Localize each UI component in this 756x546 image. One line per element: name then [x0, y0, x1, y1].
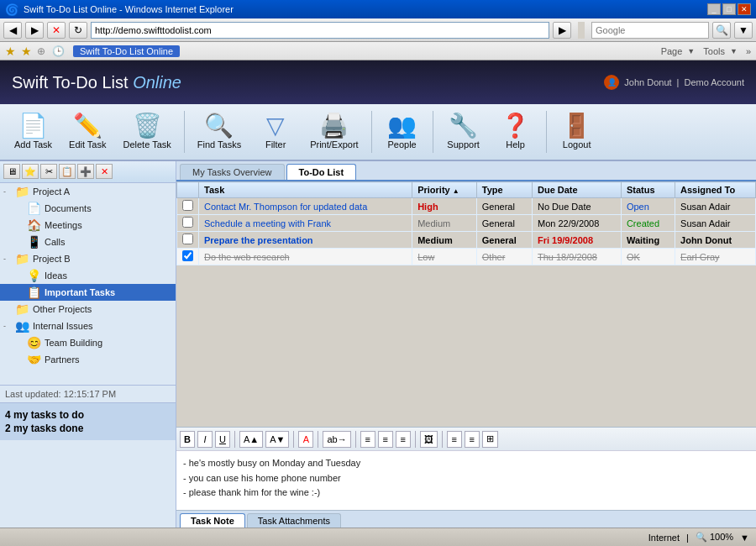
other-projects-icon: 📁 [15, 302, 29, 316]
italic-button[interactable]: I [197, 431, 213, 448]
row3-task-link[interactable]: Prepare the presentation [204, 235, 313, 245]
find-tasks-label: Find Tasks [197, 139, 241, 150]
row1-checkbox[interactable] [182, 200, 193, 211]
ordered-list-button[interactable]: ≡ [465, 431, 480, 448]
sidebar-item-partners[interactable]: 🤝 Partners [0, 351, 176, 368]
people-button[interactable]: 👥 People [377, 110, 428, 154]
support-button[interactable]: 🔧 Support [438, 110, 489, 154]
row3-checkbox-cell[interactable] [177, 232, 199, 249]
help-button[interactable]: ❓ Help [491, 110, 541, 154]
search-dropdown[interactable]: ▼ [734, 22, 753, 39]
note-content[interactable]: - he's mostly busy on Monday and Tuesday… [176, 451, 756, 510]
sidebar-item-internal-issues[interactable]: - 👥 Internal Issues [0, 318, 176, 334]
row1-checkbox-cell[interactable] [177, 198, 199, 215]
row4-checkbox[interactable] [182, 250, 193, 261]
align-left-button[interactable]: ≡ [360, 431, 375, 448]
tab-task-note[interactable]: Task Note [180, 513, 245, 528]
edit-task-button[interactable]: ✏️ Edit Task [61, 110, 113, 154]
logout-button[interactable]: 🚪 Logout [552, 110, 602, 154]
tab-task-attachments[interactable]: Task Attachments [247, 513, 341, 528]
font-size-down-button[interactable]: A▼ [265, 431, 289, 448]
tab-todo-list[interactable]: To-Do List [286, 164, 357, 180]
minimize-button[interactable]: _ [707, 3, 721, 15]
logout-label: Logout [563, 139, 591, 150]
add-task-button[interactable]: 📄 Add Task [7, 110, 60, 154]
row3-checkbox[interactable] [182, 234, 193, 244]
bullet-list-button[interactable]: ≡ [447, 431, 462, 448]
page-menu[interactable]: Page [661, 46, 683, 56]
col-assigned-to[interactable]: Assigned To [675, 182, 756, 198]
sidebar-item-other-projects[interactable]: 📁 Other Projects [0, 301, 176, 318]
row1-task-link[interactable]: Contact Mr. Thompson for updated data [204, 202, 367, 212]
add-favorites[interactable]: ★ [21, 45, 32, 58]
refresh-button[interactable]: ↻ [69, 22, 87, 39]
sidebar-item-calls[interactable]: 📱 Calls [0, 234, 176, 250]
toolbar-divider-4 [546, 111, 547, 153]
sidebar-item-important-tasks[interactable]: 📋 Important Tasks [0, 284, 176, 301]
row3-task[interactable]: Prepare the presentation [199, 232, 412, 249]
sidebar-item-documents[interactable]: 📄 Documents [0, 200, 176, 217]
sidebar-btn-2[interactable]: ⭐ [22, 164, 39, 179]
text-color-button[interactable]: A [298, 431, 313, 448]
sidebar-item-team-building[interactable]: 😊 Team Building [0, 334, 176, 351]
zoom-dropdown[interactable]: ▼ [740, 533, 749, 543]
row2-task-link[interactable]: Schedule a meeting with Frank [204, 218, 331, 228]
delete-task-button[interactable]: 🗑️ Delete Task [116, 110, 179, 154]
sidebar-btn-3[interactable]: ✂ [40, 164, 57, 179]
zoom-level: 🔍 100% [696, 532, 733, 543]
col-type[interactable]: Type [476, 182, 532, 198]
image-button[interactable]: 🖼 [420, 431, 438, 448]
edit-task-label: Edit Task [69, 139, 106, 150]
favorites-star[interactable]: ★ [5, 45, 16, 58]
row1-task[interactable]: Contact Mr. Thompson for updated data [199, 198, 412, 215]
row4-type: Other [476, 249, 532, 265]
col-due-date[interactable]: Due Date [532, 182, 621, 198]
col-status[interactable]: Status [621, 182, 675, 198]
find-tasks-button[interactable]: 🔍 Find Tasks [190, 110, 249, 154]
tools-dropdown-icon[interactable]: ▼ [730, 47, 738, 55]
task-scroll-area[interactable]: Task Priority ▲ Type Due Date Status Ass… [176, 181, 756, 427]
underline-button[interactable]: U [215, 431, 230, 448]
align-right-button[interactable]: ≡ [396, 431, 411, 448]
search-button[interactable]: 🔍 [712, 22, 731, 39]
row4-checkbox-cell[interactable] [177, 249, 199, 265]
chevron-right-icon[interactable]: » [746, 46, 751, 56]
table-button[interactable]: ⊞ [482, 431, 498, 448]
print-export-button[interactable]: 🖨️ Print/Export [302, 110, 365, 154]
font-size-up-button[interactable]: A▲ [239, 431, 263, 448]
sidebar-btn-5[interactable]: ➕ [77, 164, 94, 179]
history-icon: 🕒 [52, 45, 65, 57]
sidebar-btn-1[interactable]: 🖥 [3, 164, 20, 179]
tab-my-tasks[interactable]: My Tasks Overview [180, 164, 285, 180]
row4-task[interactable]: Do the web research [199, 249, 412, 265]
sidebar-item-meetings[interactable]: 🏠 Meetings [0, 217, 176, 234]
expander-internal: - [3, 322, 15, 330]
row2-assigned: Susan Adair [675, 215, 756, 232]
sidebar-btn-6[interactable]: ✕ [96, 164, 113, 179]
sidebar-btn-4[interactable]: 📋 [59, 164, 76, 179]
back-button[interactable]: ◀ [3, 22, 22, 39]
sidebar-item-project-b[interactable]: - 📁 Project B [0, 250, 176, 267]
go-button[interactable]: ▶ [553, 22, 571, 39]
row2-checkbox-cell[interactable] [177, 215, 199, 232]
search-input[interactable] [591, 22, 709, 39]
help-label: Help [506, 139, 525, 150]
address-bar[interactable] [91, 22, 549, 39]
col-task[interactable]: Task [199, 182, 412, 198]
ab-button[interactable]: ab→ [323, 431, 350, 448]
team-building-icon: 😊 [27, 336, 41, 349]
sidebar-item-project-a[interactable]: - 📁 Project A [0, 183, 176, 200]
row2-task[interactable]: Schedule a meeting with Frank [199, 215, 412, 232]
tools-menu[interactable]: Tools [703, 46, 725, 56]
stop-button[interactable]: ✕ [47, 22, 66, 39]
maximize-button[interactable]: □ [722, 3, 736, 15]
row2-checkbox[interactable] [182, 217, 193, 228]
close-button[interactable]: ✕ [738, 3, 751, 15]
forward-button[interactable]: ▶ [25, 22, 44, 39]
filter-button[interactable]: ▽ Filter [250, 110, 301, 154]
align-center-button[interactable]: ≡ [378, 431, 393, 448]
page-dropdown-icon[interactable]: ▼ [687, 47, 695, 55]
sidebar-item-ideas[interactable]: 💡 Ideas [0, 267, 176, 284]
bold-button[interactable]: B [180, 431, 195, 448]
col-priority[interactable]: Priority ▲ [412, 182, 477, 198]
